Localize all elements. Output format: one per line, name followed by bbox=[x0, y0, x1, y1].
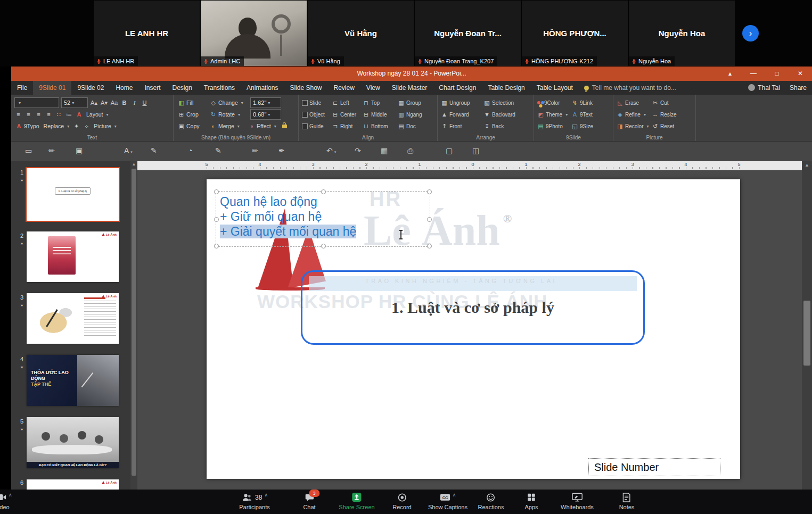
sparkle-icon[interactable]: ✦ bbox=[72, 123, 80, 130]
shape-height-input[interactable]: 1.62"▾ bbox=[250, 97, 281, 108]
scroll-up-icon[interactable]: ▲ bbox=[802, 162, 812, 168]
ungroup-button[interactable]: ▦Ungroup bbox=[441, 100, 481, 106]
font-size-combo[interactable]: 52▾ bbox=[61, 97, 88, 108]
refine-button[interactable]: ◈Refine▾ bbox=[617, 111, 650, 118]
align-center-icon[interactable]: ≡ bbox=[24, 111, 32, 118]
bullet-list-icon[interactable]: ∷ bbox=[55, 111, 63, 118]
tab-review[interactable]: Review bbox=[328, 81, 360, 95]
slide-thumbnail-2[interactable]: Lê Ánh bbox=[27, 231, 119, 282]
resize-handle[interactable] bbox=[214, 189, 219, 194]
participant-tile-admin-lhc-video[interactable]: Admin LHC bbox=[201, 1, 307, 66]
chat-button[interactable]: 3 Chat bbox=[303, 492, 315, 510]
whiteboards-button[interactable]: Whiteboards bbox=[561, 492, 594, 510]
cut-button[interactable]: ✂Cut bbox=[652, 100, 683, 106]
share-screen-button[interactable]: Share Screen bbox=[339, 492, 374, 510]
tab-animations[interactable]: Animations bbox=[241, 81, 284, 95]
tab-slide-master[interactable]: Slide Master bbox=[386, 81, 433, 95]
layout-button[interactable]: Layout▾ bbox=[85, 111, 110, 118]
print-icon[interactable]: ⎙ bbox=[407, 146, 413, 155]
erase-button[interactable]: ◺Erase bbox=[617, 100, 650, 106]
resize-handle[interactable] bbox=[214, 217, 219, 222]
selected-text[interactable]: + Giải quyết mối quan hệ bbox=[220, 225, 356, 238]
presenter-view-icon[interactable]: ◫ bbox=[472, 146, 479, 155]
distribute-horizontal-button[interactable]: ▥Ngang bbox=[398, 111, 428, 118]
font-tool-icon[interactable]: A▾ bbox=[124, 146, 133, 155]
tab-file[interactable]: File bbox=[11, 81, 33, 95]
text-line-3[interactable]: + Giải quyết mối quan hệ bbox=[220, 224, 430, 239]
tab-slide-show[interactable]: Slide Show bbox=[284, 81, 327, 95]
tab-table-layout[interactable]: Table Layout bbox=[531, 81, 579, 95]
panel-scrollbar[interactable]: ▲ bbox=[130, 161, 137, 490]
textbox-tool-icon[interactable]: ▭ bbox=[25, 146, 32, 155]
chevron-up-icon[interactable]: ∧ bbox=[264, 492, 268, 498]
lock-icon[interactable] bbox=[282, 125, 287, 128]
shape-width-input[interactable]: 0.68"▾ bbox=[250, 109, 281, 120]
selected-text-box[interactable]: Quan hệ lao động + Giữ mối quan hệ + Giả… bbox=[216, 191, 430, 247]
distribute-group-button[interactable]: ▦Group bbox=[398, 100, 428, 106]
font-color-icon[interactable]: A bbox=[75, 111, 83, 118]
align-center-button[interactable]: ⊟Center bbox=[332, 111, 360, 118]
bring-to-front-button[interactable]: ↥Front bbox=[441, 123, 481, 130]
video-button[interactable]: ∧ ideo bbox=[0, 492, 12, 510]
decrease-font-icon[interactable]: A▾ bbox=[100, 100, 108, 106]
chevron-up-icon[interactable]: ∧ bbox=[9, 492, 12, 498]
highlighter-icon[interactable]: ✏ bbox=[252, 146, 258, 155]
9size-button[interactable]: ◱9Size bbox=[571, 123, 601, 130]
resize-handle[interactable] bbox=[321, 244, 326, 248]
participant-tile-hong-phuong[interactable]: HỒNG PHƯỢN... HỒNG PHƯỢNG-K212 bbox=[522, 1, 628, 66]
undo-icon[interactable]: ↶▾ bbox=[326, 146, 336, 155]
apps-button[interactable]: Apps bbox=[524, 492, 538, 510]
tab-view[interactable]: View bbox=[360, 81, 386, 95]
ink-pen-icon[interactable]: ✒ bbox=[278, 146, 285, 155]
justify-icon[interactable]: ≡ bbox=[45, 111, 53, 118]
scrollbar-thumb[interactable] bbox=[803, 301, 810, 366]
participant-tile-vu-hang[interactable]: Vũ Hằng Vũ Hằng bbox=[308, 1, 414, 66]
slide-thumbnail-5[interactable]: BẠN CÓ BIẾT QUAN HỆ LAO ĐỘNG LÀ GÌ?? bbox=[27, 417, 119, 468]
redo-icon[interactable]: ↷ bbox=[355, 146, 361, 155]
merge-button[interactable]: ◐Merge▾ bbox=[209, 123, 245, 129]
slide-number-placeholder[interactable]: Slide Number bbox=[588, 458, 720, 476]
underline-icon[interactable]: U bbox=[141, 100, 149, 106]
tab-9slide-02[interactable]: 9Slide 02 bbox=[71, 81, 110, 95]
shape-pencil-icon[interactable]: ✏ bbox=[48, 146, 55, 155]
resize-handle[interactable] bbox=[321, 189, 326, 194]
notes-button[interactable]: Notes bbox=[619, 492, 635, 510]
tab-home[interactable]: Home bbox=[110, 81, 138, 95]
align-top-button[interactable]: ⊓Top bbox=[363, 100, 396, 106]
text-line-1[interactable]: Quan hệ lao động bbox=[220, 194, 430, 209]
align-middle-button[interactable]: ⊟Middle bbox=[363, 111, 396, 118]
tab-design[interactable]: Design bbox=[166, 81, 198, 95]
participant-tile-nguyen-hoa[interactable]: Nguyễn Hoa Nguyễn Hoa bbox=[629, 1, 735, 66]
minimize-button[interactable]: — bbox=[742, 67, 765, 81]
participant-tile-le-anh-hr[interactable]: LE ANH HR LE ANH HR bbox=[94, 1, 200, 66]
recolor-button[interactable]: ◨Recolor▾ bbox=[617, 123, 650, 130]
resize-button[interactable]: ↔Resize bbox=[652, 111, 683, 118]
fill-bucket-icon[interactable]: ◔ bbox=[188, 146, 192, 155]
slide-thumbnail-3[interactable]: Lê Ánh bbox=[27, 293, 119, 344]
ribbon-options-icon[interactable]: ▴ bbox=[718, 67, 742, 81]
increase-font-icon[interactable]: A▴ bbox=[90, 100, 98, 106]
tab-table-design[interactable]: Table Design bbox=[482, 81, 530, 95]
distribute-vertical-button[interactable]: ▤Doc bbox=[398, 123, 428, 130]
next-participants-button[interactable]: › bbox=[742, 25, 759, 42]
reactions-button[interactable]: Reactions bbox=[478, 492, 504, 510]
rotate-button[interactable]: ↻Rotate▾ bbox=[209, 111, 248, 118]
fill-button[interactable]: ◧Fill bbox=[177, 100, 207, 106]
vertical-scrollbar[interactable]: ▲ bbox=[802, 161, 812, 490]
text-line-2[interactable]: + Giữ mối quan hệ bbox=[220, 209, 430, 224]
crop-button[interactable]: ⊞Crop bbox=[177, 111, 207, 118]
send-backward-button[interactable]: ▼Backward bbox=[483, 111, 524, 118]
chevron-up-icon[interactable]: ∧ bbox=[453, 492, 456, 498]
9link-button[interactable]: ↯9Link bbox=[571, 100, 601, 106]
tab-9slide-01[interactable]: 9Slide 01 bbox=[33, 81, 71, 95]
align-right-icon[interactable]: ≡ bbox=[35, 111, 43, 118]
9photo-button[interactable]: ▤9Photo bbox=[537, 123, 569, 130]
close-button[interactable]: ✕ bbox=[789, 67, 812, 81]
slide-title-box[interactable]: 1. Luật và cơ sở pháp lý bbox=[301, 270, 645, 345]
reset-button[interactable]: ↺Reset bbox=[652, 123, 683, 130]
bring-forward-button[interactable]: ▲Forward bbox=[441, 111, 481, 118]
effect-button[interactable]: ◑Effect▾ bbox=[247, 123, 277, 129]
9color-button[interactable]: 9Color bbox=[537, 100, 569, 106]
eyedropper-icon[interactable]: ✎ bbox=[151, 146, 157, 155]
dots-icon[interactable]: ⁘ bbox=[83, 123, 91, 130]
